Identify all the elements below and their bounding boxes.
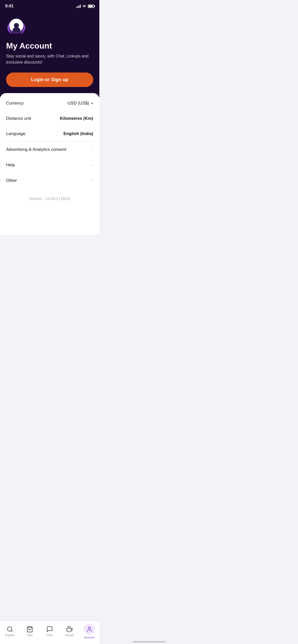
status-time: 9:41 <box>5 4 13 9</box>
distance-unit-row[interactable]: Distance unit Kilometres (Km) <box>0 111 99 126</box>
distance-unit-value: Kilometres (Km) <box>60 116 93 121</box>
language-value: English (India) <box>63 131 93 136</box>
wifi-icon <box>82 5 86 8</box>
language-row[interactable]: Language English (India) <box>0 126 99 141</box>
page-title: My Account <box>6 41 93 51</box>
help-label: Help <box>6 163 15 168</box>
signal-icon <box>76 5 81 8</box>
advertising-consent-arrow: › <box>92 147 93 152</box>
other-row[interactable]: Other › <box>0 173 99 188</box>
avatar <box>6 16 26 36</box>
advertising-consent-label: Advertising & Analytics consent <box>6 147 66 152</box>
currency-row[interactable]: Currency USD (US$) ▼ <box>0 96 99 111</box>
currency-label: Currency <box>6 101 24 106</box>
other-arrow: › <box>92 178 93 183</box>
login-signup-button[interactable]: Login or Sign up <box>6 72 93 87</box>
status-bar: 9:41 <box>0 0 99 11</box>
battery-icon <box>88 5 94 8</box>
page-subtitle: Stay social and savvy, with Chat, Linkup… <box>6 53 93 65</box>
currency-dropdown-arrow: ▼ <box>91 102 93 105</box>
currency-value[interactable]: USD (US$) ▼ <box>67 101 93 106</box>
version-text: Version - 13.33.0 (1825) <box>0 190 99 207</box>
status-icons <box>76 5 94 8</box>
help-row[interactable]: Help › <box>0 157 99 173</box>
avatar-image <box>9 19 23 33</box>
distance-unit-label: Distance unit <box>6 116 31 121</box>
other-label: Other <box>6 178 17 183</box>
header-section: My Account Stay social and savvy, with C… <box>0 11 99 97</box>
settings-card: Currency USD (US$) ▼ Distance unit Kilom… <box>0 93 99 235</box>
help-arrow: › <box>92 162 93 168</box>
advertising-consent-row[interactable]: Advertising & Analytics consent › <box>0 142 99 157</box>
language-label: Language <box>6 131 25 136</box>
